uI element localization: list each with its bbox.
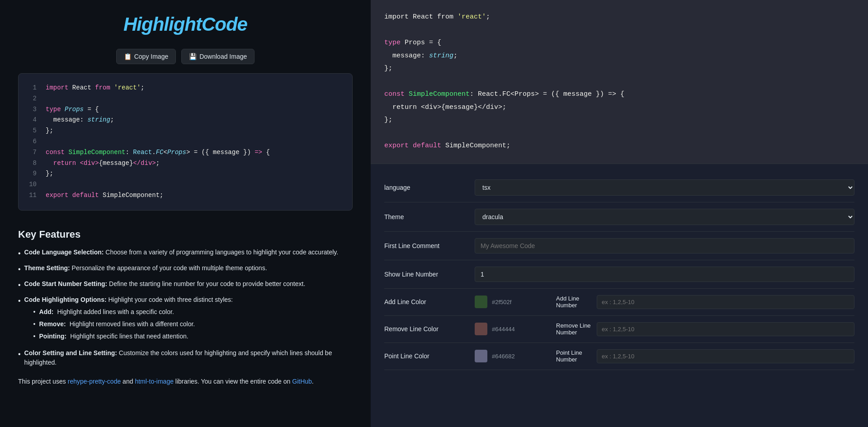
preview-line-3: type Props = { xyxy=(384,37,854,50)
point-line-number-input[interactable] xyxy=(597,349,854,363)
point-line-color-swatch[interactable] xyxy=(475,350,487,362)
preview-line-6 xyxy=(384,75,854,89)
footer-text: This project uses rehype-pretty-code and… xyxy=(18,376,353,386)
preview-line-11: export default SimpleComponent; xyxy=(384,140,854,153)
remove-line-color-label: Remove Line Color xyxy=(384,325,475,333)
copy-image-button[interactable]: 📋 Copy Image xyxy=(116,49,176,64)
sub-item-add: Add: Highlight added lines with a specif… xyxy=(33,307,233,317)
sub-list: Add: Highlight added lines with a specif… xyxy=(24,307,233,341)
feature-bold-5: Color Setting and Line Setting: xyxy=(24,349,117,357)
show-line-label: Show Line Number xyxy=(384,271,475,278)
code-line-4: 4 message: string; xyxy=(28,115,343,126)
add-line-number-label: Add Line Number xyxy=(556,295,592,309)
preview-line-2 xyxy=(384,24,854,37)
point-line-number-group: Point Line Number xyxy=(556,349,854,363)
add-line-color-label: Add Line Color xyxy=(384,298,475,305)
app-title: HighlightCode xyxy=(18,14,353,35)
html-to-image-link[interactable]: html-to-image xyxy=(135,378,174,385)
download-icon: 💾 xyxy=(189,53,197,60)
preview-line-9: }; xyxy=(384,114,854,127)
toolbar: 📋 Copy Image 💾 Download Image xyxy=(18,49,353,64)
remove-line-number-group: Remove Line Number xyxy=(556,322,854,336)
preview-line-5: }; xyxy=(384,62,854,75)
code-line-6: 6 xyxy=(28,136,343,147)
remove-line-color-swatch[interactable] xyxy=(475,323,487,335)
theme-select[interactable]: dracula github-dark nord one-dark-pro ca… xyxy=(475,209,854,225)
sub-item-remove: Remove: Highlight removed lines with a d… xyxy=(33,319,233,329)
download-image-button[interactable]: 💾 Download Image xyxy=(181,49,255,64)
code-line-2: 2 xyxy=(28,94,343,104)
code-line-3: 3 type Props = { xyxy=(28,104,343,115)
code-line-10: 10 xyxy=(28,179,343,190)
features-title: Key Features xyxy=(18,229,353,240)
preview-line-1: import React from 'react'; xyxy=(384,11,854,24)
features-section: Key Features Code Language Selection: Ch… xyxy=(18,229,353,386)
code-line-1: 1 import React from 'react'; xyxy=(28,83,343,94)
add-line-number-group: Add Line Number xyxy=(556,295,854,309)
add-line-color-value: #2f502f xyxy=(492,299,511,305)
theme-label: Theme xyxy=(384,213,475,221)
point-line-color-label: Point Line Color xyxy=(384,352,475,360)
feature-bold-2: Theme Setting: xyxy=(24,264,70,272)
language-label: language xyxy=(384,184,475,191)
show-line-setting-row: Show Line Number xyxy=(384,260,854,289)
theme-setting-row: Theme dracula github-dark nord one-dark-… xyxy=(384,202,854,232)
theme-control: dracula github-dark nord one-dark-pro ca… xyxy=(475,209,854,225)
remove-line-color-row: Remove Line Color #644444 Remove Line Nu… xyxy=(384,316,854,343)
feature-item-5: Color Setting and Line Setting: Customiz… xyxy=(18,348,353,367)
add-line-color-swatch[interactable] xyxy=(475,296,487,308)
sub-item-pointing: Pointing: Highlight specific lines that … xyxy=(33,332,233,341)
first-line-control xyxy=(475,238,854,253)
language-select[interactable]: tsx jsx javascript typescript python css… xyxy=(475,179,854,196)
add-line-color-row: Add Line Color #2f502f Add Line Number xyxy=(384,289,854,316)
show-line-input[interactable] xyxy=(475,267,854,282)
settings-area: language tsx jsx javascript typescript p… xyxy=(371,164,868,427)
preview-line-4: message: string; xyxy=(384,50,854,63)
remove-line-number-input[interactable] xyxy=(597,322,854,336)
remove-line-number-label: Remove Line Number xyxy=(556,322,592,336)
language-setting-row: language tsx jsx javascript typescript p… xyxy=(384,173,854,202)
point-line-color-value: #646682 xyxy=(492,353,515,360)
code-line-9: 9 }; xyxy=(28,169,343,179)
rehype-link[interactable]: rehype-pretty-code xyxy=(68,378,121,385)
show-line-control xyxy=(475,267,854,282)
preview-line-8: return <div>{message}</div>; xyxy=(384,101,854,114)
preview-line-7: const SimpleComponent: React.FC<Props> =… xyxy=(384,88,854,101)
code-line-5: 5 }; xyxy=(28,126,343,136)
point-line-color-row: Point Line Color #646682 Point Line Numb… xyxy=(384,343,854,370)
feature-item-3: Code Start Number Setting: Define the st… xyxy=(18,279,353,291)
remove-line-color-value: #644444 xyxy=(492,326,515,333)
first-line-label: First Line Comment xyxy=(384,242,475,249)
right-panel: import React from 'react'; type Props = … xyxy=(371,0,868,427)
add-line-color-group: #2f502f xyxy=(475,296,556,308)
feature-bold-3: Code Start Number Setting: xyxy=(24,280,108,287)
feature-item-1: Code Language Selection: Choose from a v… xyxy=(18,248,353,259)
code-line-8: 8 return <div>{message}</div>; xyxy=(28,158,343,169)
feature-item-4: Code Highlighting Options: Highlight you… xyxy=(18,295,353,344)
copy-icon: 📋 xyxy=(124,53,132,60)
feature-bold-4: Code Highlighting Options: xyxy=(24,296,107,303)
point-line-number-label: Point Line Number xyxy=(556,349,592,363)
code-block: 1 import React from 'react'; 2 3 type Pr… xyxy=(18,73,353,211)
first-line-setting-row: First Line Comment xyxy=(384,232,854,260)
language-control: tsx jsx javascript typescript python css… xyxy=(475,179,854,196)
features-list: Code Language Selection: Choose from a v… xyxy=(18,248,353,367)
remove-line-color-group: #644444 xyxy=(475,323,556,335)
preview-line-10 xyxy=(384,127,854,140)
github-link[interactable]: GitHub xyxy=(292,378,312,385)
left-panel: HighlightCode 📋 Copy Image 💾 Download Im… xyxy=(0,0,371,427)
point-line-color-group: #646682 xyxy=(475,350,556,362)
code-line-7: 7 const SimpleComponent: React.FC<Props>… xyxy=(28,147,343,158)
feature-item-2: Theme Setting: Personalize the appearanc… xyxy=(18,263,353,275)
code-preview: import React from 'react'; type Props = … xyxy=(371,0,868,164)
add-line-number-input[interactable] xyxy=(597,295,854,309)
feature-bold-1: Code Language Selection: xyxy=(24,249,104,256)
code-line-11: 11 export default SimpleComponent; xyxy=(28,190,343,201)
first-line-input[interactable] xyxy=(475,238,854,253)
